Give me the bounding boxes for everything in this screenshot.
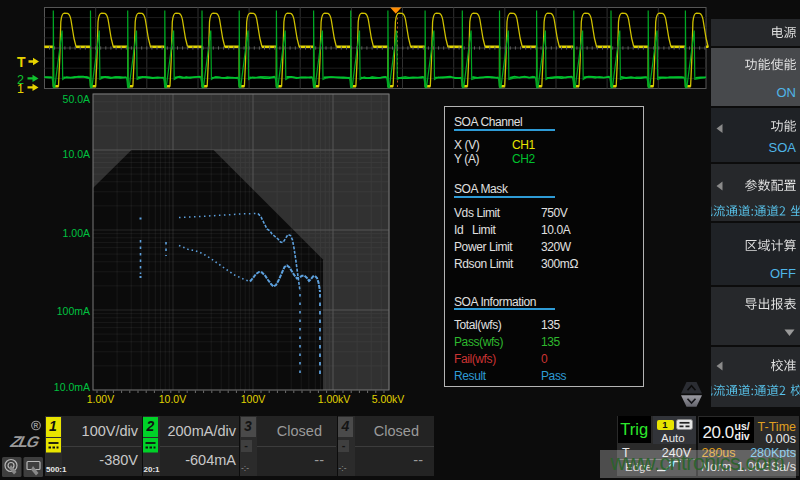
svg-text:1: 1	[17, 82, 24, 96]
svg-text:5.00kV: 5.00kV	[372, 393, 405, 405]
svg-text:ZLG: ZLG	[7, 433, 42, 450]
svg-text:1.00V: 1.00V	[87, 393, 114, 405]
svg-text:1.00A: 1.00A	[63, 227, 90, 239]
svg-text:10.0mA: 10.0mA	[54, 381, 90, 393]
svg-text:100mA: 100mA	[57, 305, 90, 317]
svg-text:50.0A: 50.0A	[63, 93, 90, 105]
svg-text:100V: 100V	[241, 393, 266, 405]
svg-text:10.0A: 10.0A	[63, 148, 90, 160]
svg-text:1.00kV: 1.00kV	[318, 393, 351, 405]
svg-text:10.0V: 10.0V	[159, 393, 186, 405]
svg-text:R: R	[33, 422, 38, 429]
svg-text:T: T	[17, 54, 26, 70]
